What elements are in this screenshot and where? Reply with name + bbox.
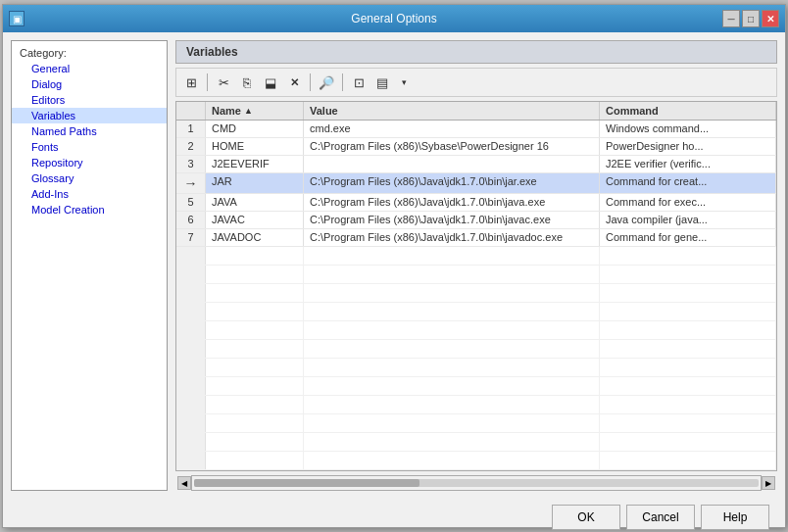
cell-name-7: JAVADOC: [206, 229, 304, 246]
cell-name-6: JAVAC: [206, 212, 304, 228]
scroll-right-button[interactable]: ▶: [762, 476, 775, 490]
sidebar-item-fonts[interactable]: Fonts: [12, 139, 167, 155]
col-num: [176, 102, 206, 120]
table-row[interactable]: 1 CMD cmd.exe Windows command...: [176, 121, 776, 138]
toolbar-sep-2: [310, 73, 311, 91]
panel-header: Variables: [175, 40, 777, 64]
sidebar-item-model-creation[interactable]: Model Creation: [12, 202, 167, 218]
sidebar-item-repository[interactable]: Repository: [12, 155, 167, 170]
cell-value-6: C:\Program Files (x86)\Java\jdk1.7.0\bin…: [304, 212, 600, 228]
cell-name-4: JAR: [206, 173, 304, 193]
cell-value-7: C:\Program Files (x86)\Java\jdk1.7.0\bin…: [304, 229, 600, 246]
cell-command-5: Command for exec...: [600, 194, 776, 211]
table-row[interactable]: 2 HOME C:\Program Files (x86)\Sybase\Pow…: [176, 138, 776, 156]
empty-row: [176, 340, 776, 359]
copy-button[interactable]: ⎘: [236, 72, 258, 93]
ok-button[interactable]: OK: [552, 505, 620, 530]
cell-command-3: J2EE verifier (verific...: [600, 156, 776, 172]
empty-row: [176, 396, 776, 414]
variables-grid: Name ▲ Value Command 1 CMD cmd.exe Windo…: [175, 101, 777, 471]
cell-command-2: PowerDesigner ho...: [600, 138, 776, 155]
sidebar: Category: General Dialog Editors Variabl…: [11, 40, 168, 491]
cut-button[interactable]: ✂: [213, 72, 234, 93]
empty-row: [176, 452, 776, 470]
help-button[interactable]: Help: [701, 505, 769, 530]
sidebar-item-named-paths[interactable]: Named Paths: [12, 123, 167, 139]
cell-name-3: J2EEVERIF: [206, 156, 304, 172]
print-button[interactable]: ▤: [371, 72, 393, 93]
maximize-button[interactable]: □: [742, 10, 760, 27]
footer-bar: ◀ ▶: [175, 471, 777, 491]
col-value: Value: [304, 102, 600, 120]
window-title: General Options: [351, 12, 436, 25]
sidebar-item-variables[interactable]: Variables: [12, 108, 167, 123]
grid-header: Name ▲ Value Command: [176, 102, 776, 121]
title-bar: ▣ General Options ─ □ ✕: [3, 5, 785, 32]
cell-name-2: HOME: [206, 138, 304, 155]
toolbar-sep-3: [342, 73, 343, 91]
toolbar-sep-1: [207, 73, 208, 91]
cancel-button[interactable]: Cancel: [626, 505, 695, 530]
empty-row: [176, 414, 776, 433]
cell-command-6: Java compiler (java...: [600, 212, 776, 228]
row-num-2: 2: [176, 138, 206, 155]
scrollbar-thumb: [194, 479, 419, 487]
row-num-1: 1: [176, 121, 206, 137]
paste-button[interactable]: ⬓: [260, 72, 281, 93]
cell-name-1: CMD: [206, 121, 304, 137]
table-row[interactable]: → JAR C:\Program Files (x86)\Java\jdk1.7…: [176, 173, 776, 194]
grid-view-button[interactable]: ⊞: [180, 72, 202, 93]
empty-row: [176, 284, 776, 303]
minimize-button[interactable]: ─: [722, 10, 740, 27]
cell-value-3: [304, 156, 600, 172]
empty-row: [176, 303, 776, 321]
cell-value-1: cmd.exe: [304, 121, 600, 137]
row-arrow-4: →: [176, 173, 206, 193]
row-num-7: 7: [176, 229, 206, 246]
title-bar-left: ▣: [9, 11, 25, 26]
find-button[interactable]: 🔎: [316, 72, 337, 93]
empty-row: [176, 377, 776, 396]
table-row[interactable]: 5 JAVA C:\Program Files (x86)\Java\jdk1.…: [176, 194, 776, 212]
cell-value-5: C:\Program Files (x86)\Java\jdk1.7.0\bin…: [304, 194, 600, 211]
cell-command-7: Command for gene...: [600, 229, 776, 246]
row-num-5: 5: [176, 194, 206, 211]
empty-row: [176, 247, 776, 266]
export-button[interactable]: ⊡: [348, 72, 369, 93]
window-body: Category: General Dialog Editors Variabl…: [3, 32, 785, 532]
empty-row: [176, 433, 776, 452]
empty-row: [176, 266, 776, 284]
sidebar-item-editors[interactable]: Editors: [12, 92, 167, 108]
table-row[interactable]: 3 J2EEVERIF J2EE verifier (verific...: [176, 156, 776, 173]
app-icon: ▣: [9, 11, 25, 26]
right-panel: Variables ⊞ ✂ ⎘ ⬓ ✕ 🔎 ⊡ ▤ ▾: [175, 40, 777, 491]
horizontal-scrollbar[interactable]: [191, 475, 762, 491]
scroll-left-button[interactable]: ◀: [177, 476, 191, 490]
cell-command-1: Windows command...: [600, 121, 776, 137]
table-row[interactable]: 7 JAVADOC C:\Program Files (x86)\Java\jd…: [176, 229, 776, 247]
col-command: Command: [600, 102, 776, 120]
close-button[interactable]: ✕: [762, 10, 779, 27]
empty-row: [176, 321, 776, 340]
toolbar-dropdown[interactable]: ▾: [395, 72, 413, 93]
sidebar-item-general[interactable]: General: [12, 61, 167, 76]
row-num-3: 3: [176, 156, 206, 172]
toolbar: ⊞ ✂ ⎘ ⬓ ✕ 🔎 ⊡ ▤ ▾: [175, 68, 777, 97]
scrollbar-track: [194, 479, 759, 487]
delete-button[interactable]: ✕: [283, 72, 305, 93]
cell-command-4: Command for creat...: [600, 173, 776, 193]
title-bar-buttons: ─ □ ✕: [722, 10, 779, 27]
row-num-6: 6: [176, 212, 206, 228]
sidebar-item-glossary[interactable]: Glossary: [12, 170, 167, 186]
cell-value-2: C:\Program Files (x86)\Sybase\PowerDesig…: [304, 138, 600, 155]
category-label: Category:: [12, 45, 167, 61]
sidebar-item-dialog[interactable]: Dialog: [12, 76, 167, 92]
main-window: ▣ General Options ─ □ ✕ Category: Genera…: [2, 4, 786, 528]
grid-body: 1 CMD cmd.exe Windows command... 2 HOME …: [176, 121, 776, 470]
col-name: Name ▲: [206, 102, 304, 120]
table-row[interactable]: 6 JAVAC C:\Program Files (x86)\Java\jdk1…: [176, 212, 776, 229]
main-content: Category: General Dialog Editors Variabl…: [11, 40, 777, 491]
dialog-footer: OK Cancel Help: [11, 499, 777, 532]
sidebar-item-add-ins[interactable]: Add-Ins: [12, 186, 167, 202]
empty-row: [176, 359, 776, 377]
